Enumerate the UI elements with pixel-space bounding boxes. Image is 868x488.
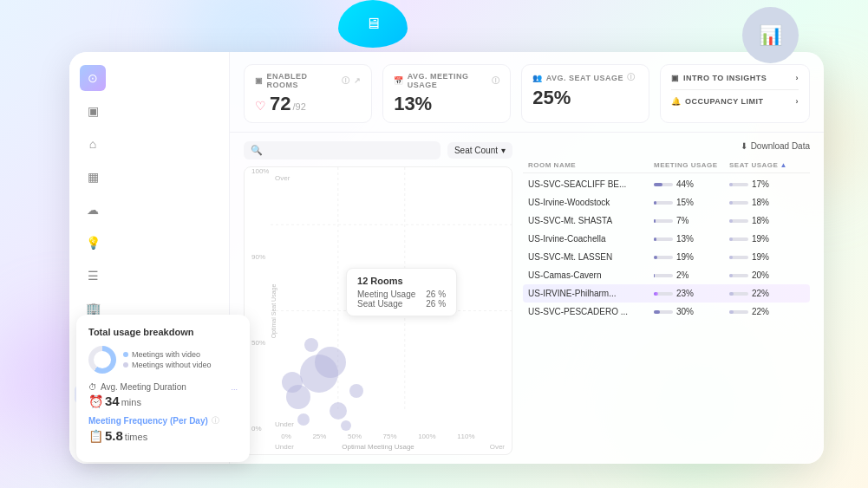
chart-toolbar: 🔍 Seat Count ▾ [244, 141, 512, 159]
monitor-icon: 🖥 [365, 15, 381, 33]
usage-card-title: Total usage breakdown [88, 327, 238, 337]
usage-donut: Meetings with video Meetings without vid… [88, 346, 238, 374]
meeting-pct-3: 13% [676, 234, 694, 244]
chart-search-box[interactable]: 🔍 [244, 141, 441, 159]
td-seat-6: 22% [729, 289, 805, 298]
table-row[interactable]: US-SVC-PESCADERO ... 30% 22% [523, 303, 810, 321]
table-row[interactable]: US-SVC-Mt. SHASTA 7% 18% [523, 211, 810, 230]
table-row[interactable]: US-Irvine-Woodstock 15% 18% [523, 193, 810, 211]
td-meeting-4: 19% [654, 252, 729, 262]
table-row[interactable]: US-Irvine-Coachella 13% 19% [523, 230, 810, 248]
tooltip-seat-row: Seat Usage 26 % [357, 299, 446, 309]
clock-icon2: ⏰ [88, 394, 103, 408]
occupancy-limit-link[interactable]: 🔔 Occupancy Limit › [671, 95, 799, 107]
td-name-5: US-Camas-Cavern [528, 270, 654, 280]
meeting-bar-4 [654, 256, 673, 259]
seat-bar-3 [729, 237, 748, 241]
data-table: Room Name Meeting Usage Seat Usage ▲ US-… [523, 158, 810, 455]
seat-usage-label: 👥 Avg. Seat Usage ⓘ [532, 72, 638, 83]
freq-unit: times [125, 432, 147, 442]
chevron-down-icon: ▾ [501, 146, 506, 155]
heart-icon: ♡ [255, 99, 266, 113]
tooltip-meeting-row: Meeting Usage 26 % [357, 290, 446, 299]
sidebar-icon-camera[interactable]: ⌂ [80, 131, 106, 157]
legend-dot-video [123, 352, 128, 357]
search-icon: 🔍 [251, 145, 263, 156]
stat-card-meeting-usage: 📅 Avg. Meeting Usage ⓘ 13% [382, 64, 511, 123]
td-seat-1: 18% [729, 198, 805, 207]
rooms-icon: ▣ [255, 76, 264, 85]
info-icon-meeting[interactable]: ⓘ [492, 75, 500, 87]
meeting-bar-3 [654, 237, 673, 241]
sidebar-icon-sliders[interactable]: ☰ [80, 263, 106, 289]
seat-bar-4 [729, 256, 748, 259]
td-meeting-5: 2% [654, 270, 729, 280]
td-seat-5: 20% [729, 270, 805, 280]
table-row[interactable]: US-SVC-Mt. LASSEN 19% 19% [523, 248, 810, 266]
avg-duration-label: ⏱ Avg. Meeting Duration ... [88, 382, 238, 392]
meeting-usage-value: 13% [394, 93, 499, 115]
usage-card: Total usage breakdown Meetings with vide… [76, 315, 250, 462]
seat-pct-5: 20% [752, 270, 769, 280]
sidebar-icon-bulb[interactable]: 💡 [80, 230, 106, 256]
td-name-2: US-SVC-Mt. SHASTA [528, 216, 654, 225]
chevron-right-icon-1: › [796, 97, 799, 106]
table-row[interactable]: US-Camas-Cavern 2% 20% [523, 266, 810, 284]
legend-item-video: Meetings with video [123, 350, 212, 359]
info-icon-rooms[interactable]: ⓘ [342, 75, 350, 87]
seat-icon: 👥 [532, 74, 543, 82]
clock-icon: ⏱ [88, 382, 97, 392]
donut-inner [94, 351, 111, 368]
seat-pct-4: 19% [752, 252, 769, 262]
table-row[interactable]: US-SVC-SEACLIFF BE... 44% 17% [523, 175, 810, 193]
sort-arrow-icon: ▲ [780, 161, 786, 169]
td-name-3: US-Irvine-Coachella [528, 234, 654, 244]
table-row[interactable]: US-IRVINE-Philharm... 23% 22% [523, 284, 810, 303]
td-seat-2: 18% [729, 216, 805, 225]
stat-card-seat-usage: 👥 Avg. Seat Usage ⓘ 25% [521, 64, 649, 123]
meeting-bar-2 [654, 219, 673, 223]
enabled-rooms-label: ▣ Enabled Rooms ⓘ ↗ [255, 72, 361, 89]
legend-item-no-video: Meetings without video [123, 361, 212, 369]
meeting-pct-4: 19% [676, 252, 694, 262]
table-toolbar: ⬇ Download Data [523, 141, 810, 151]
chart-bubble-2 [330, 402, 347, 420]
metric-link-icon: ... [231, 383, 238, 392]
td-seat-3: 19% [729, 234, 805, 244]
under-label-x: Under [275, 443, 294, 451]
sidebar-icon-document[interactable]: ▣ [80, 98, 106, 124]
td-meeting-0: 44% [654, 179, 729, 189]
info-icon-seat[interactable]: ⓘ [627, 72, 636, 83]
download-button[interactable]: ⬇ Download Data [741, 141, 810, 151]
seat-pct-1: 18% [752, 198, 769, 207]
sidebar-icon-cloud[interactable]: ☁ [80, 197, 106, 223]
intro-icon: ▣ [671, 74, 680, 82]
freq-label: Meeting Frequency (Per Day) ⓘ [88, 415, 238, 426]
table-header: Room Name Meeting Usage Seat Usage ▲ [523, 158, 810, 173]
sidebar-icon-grid[interactable]: ▦ [80, 164, 106, 190]
seat-count-dropdown[interactable]: Seat Count ▾ [447, 142, 512, 159]
seat-usage-value: 25% [532, 87, 638, 109]
scatter-chart: 0% 25% 50% 75% 100% 110% 100% 90% 50% 0% [244, 166, 512, 455]
top-decoration: 🖥 [338, 0, 408, 48]
legend-dot-no-video [123, 362, 128, 368]
td-meeting-2: 7% [654, 216, 729, 225]
freq-value: 📋 5.8 times [88, 428, 238, 443]
occupancy-label: 🔔 Occupancy Limit [671, 97, 763, 106]
info-icon-freq[interactable]: ⓘ [212, 415, 219, 426]
meeting-bar-7 [654, 310, 673, 314]
td-meeting-1: 15% [654, 198, 729, 207]
sidebar-icon-list: ⊙ ▣ ⌂ ▦ ☁ 💡 ☰ 🏢 ⚙ [69, 65, 229, 355]
freq-icon: 📋 [88, 429, 103, 443]
bell-icon: 🔔 [671, 97, 682, 106]
sidebar-icon-home[interactable]: ⊙ [80, 65, 106, 91]
td-name-7: US-SVC-PESCADERO ... [528, 307, 654, 316]
top-right-monitor: 📊 [742, 7, 799, 63]
table-rows-list: US-SVC-SEACLIFF BE... 44% 17% US-Irvine-… [523, 175, 810, 321]
meeting-pct-7: 30% [676, 307, 694, 316]
intro-insights-link[interactable]: ▣ Intro to Insights › [671, 72, 799, 84]
seat-bar-7 [729, 310, 748, 314]
th-seat-usage[interactable]: Seat Usage ▲ [729, 161, 805, 169]
external-link-icon-rooms[interactable]: ↗ [354, 76, 362, 85]
table-area: ⬇ Download Data Room Name Meeting Usage … [523, 141, 810, 455]
